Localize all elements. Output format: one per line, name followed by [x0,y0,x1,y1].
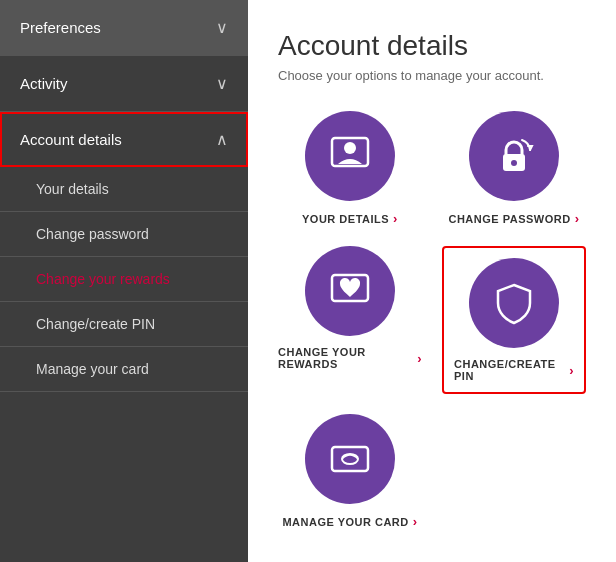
change-password-circle [469,111,559,201]
sub-item-your-details[interactable]: Your details [0,167,248,212]
heart-icon [328,269,372,313]
card-change-pin-label: CHANGE/CREATE PIN › [454,358,574,382]
arrow-icon: › [393,211,398,226]
card-your-details[interactable]: YOUR DETAILS › [278,111,422,226]
sub-item-change-rewards[interactable]: Change your rewards [0,257,248,302]
sidebar: Preferences ∨ Activity ∨ Account details… [0,0,248,562]
sub-menu: Your details Change password Change your… [0,167,248,392]
card-change-password[interactable]: CHANGE PASSWORD › [442,111,586,226]
svg-point-3 [511,160,517,166]
sub-item-manage-card[interactable]: Manage your card [0,347,248,392]
your-details-circle [305,111,395,201]
sidebar-item-label: Activity [20,75,68,92]
sidebar-item-activity[interactable]: Activity ∨ [0,56,248,112]
options-grid: YOUR DETAILS › CHANGE PASSWORD › [278,111,586,529]
chevron-up-icon: ∧ [216,130,228,149]
sidebar-item-account-details[interactable]: Account details ∧ [0,112,248,167]
arrow-icon: › [575,211,580,226]
card-change-rewards[interactable]: CHANGE YOUR REWARDS › [278,246,422,394]
change-rewards-circle [305,246,395,336]
arrow-icon: › [413,514,418,529]
card-your-details-label: YOUR DETAILS › [302,211,398,226]
lock-icon [492,134,536,178]
card-manage-card[interactable]: MANAGE YOUR CARD › [278,414,422,529]
card-change-rewards-label: CHANGE YOUR REWARDS › [278,346,422,370]
card-icon [328,437,372,481]
shield-icon [492,281,536,325]
arrow-icon: › [417,351,422,366]
page-title: Account details [278,30,586,62]
card-change-pin[interactable]: CHANGE/CREATE PIN › [442,246,586,394]
chevron-down-icon: ∨ [216,74,228,93]
sub-item-change-password[interactable]: Change password [0,212,248,257]
card-manage-card-label: MANAGE YOUR CARD › [282,514,417,529]
manage-card-circle [305,414,395,504]
card-change-password-label: CHANGE PASSWORD › [448,211,579,226]
svg-point-1 [344,142,356,154]
change-pin-circle [469,258,559,348]
sub-item-change-pin[interactable]: Change/create PIN [0,302,248,347]
sidebar-item-label: Preferences [20,19,101,36]
person-icon [328,134,372,178]
svg-rect-5 [332,447,368,471]
sidebar-item-preferences[interactable]: Preferences ∨ [0,0,248,56]
sidebar-item-label: Account details [20,131,122,148]
page-subtitle: Choose your options to manage your accou… [278,68,586,83]
main-content: Account details Choose your options to m… [248,0,616,562]
chevron-down-icon: ∨ [216,18,228,37]
arrow-icon: › [569,363,574,378]
